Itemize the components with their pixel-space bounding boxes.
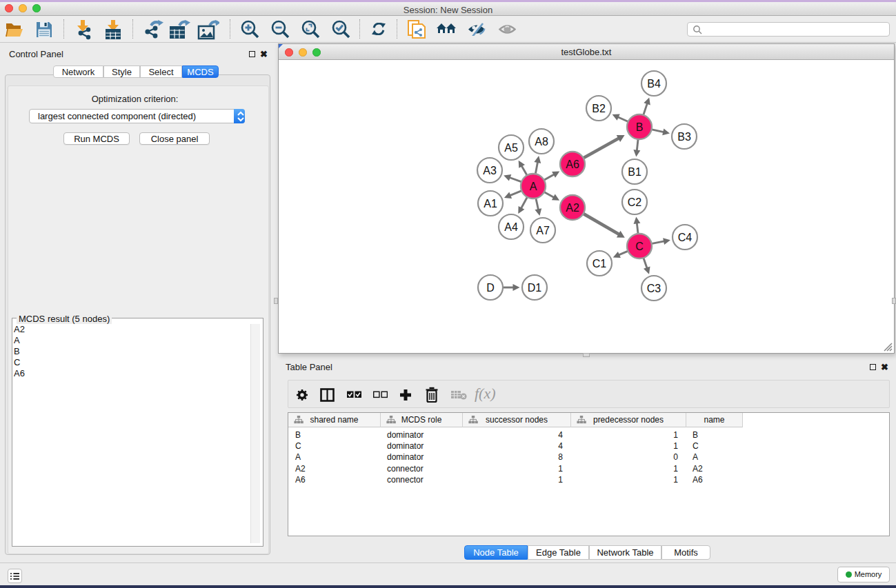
svg-text:C3: C3 <box>647 283 661 294</box>
svg-text:A7: A7 <box>536 225 550 236</box>
svg-text:C4: C4 <box>678 232 693 243</box>
svg-text:B2: B2 <box>592 103 606 114</box>
svg-text:C: C <box>635 241 644 252</box>
svg-text:A3: A3 <box>483 165 497 176</box>
svg-text:A8: A8 <box>535 136 548 148</box>
svg-text:D1: D1 <box>528 282 542 294</box>
svg-text:A4: A4 <box>504 221 518 233</box>
svg-text:B: B <box>636 121 644 133</box>
svg-text:A: A <box>530 181 537 192</box>
svg-text:B1: B1 <box>628 166 641 178</box>
svg-text:B3: B3 <box>677 131 691 143</box>
svg-text:A2: A2 <box>566 202 579 214</box>
svg-text:D: D <box>486 282 495 294</box>
svg-text:A6: A6 <box>566 159 579 170</box>
svg-text:B4: B4 <box>647 78 661 90</box>
svg-text:C2: C2 <box>628 196 642 208</box>
svg-text:A5: A5 <box>504 142 518 154</box>
svg-text:C1: C1 <box>593 258 607 270</box>
svg-text:A1: A1 <box>484 198 497 210</box>
